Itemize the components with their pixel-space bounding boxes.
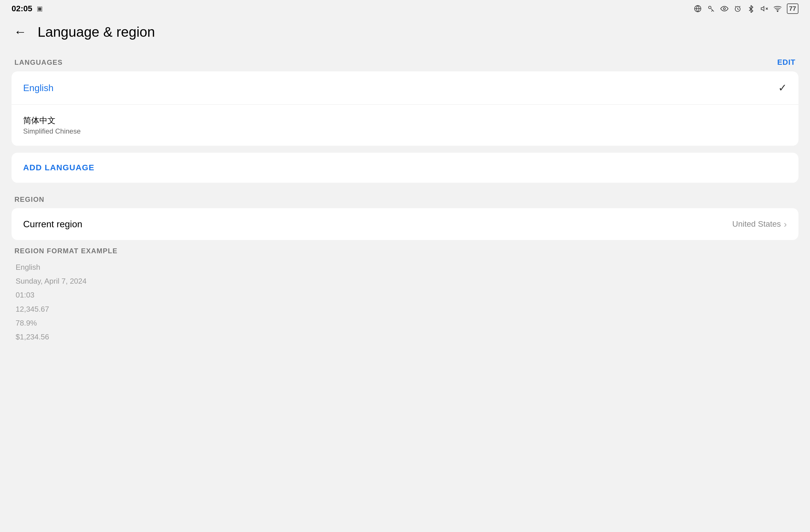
- svg-point-8: [777, 11, 778, 12]
- languages-section-header: LANGUAGES EDIT: [12, 52, 798, 71]
- region-value-wrap: United States ›: [732, 219, 787, 230]
- format-currency: $1,234.56: [16, 331, 796, 343]
- region-format-label: REGION FORMAT EXAMPLE: [14, 247, 796, 255]
- svg-point-3: [723, 8, 725, 10]
- language-item-english[interactable]: English ✓: [12, 71, 798, 104]
- main-content: LANGUAGES EDIT English ✓ 简体中文 Simplified…: [0, 46, 810, 349]
- format-time: 01:03: [16, 288, 796, 301]
- status-left: 02:05 ▣: [12, 4, 44, 13]
- wifi-icon: [774, 5, 782, 13]
- language-item-chinese[interactable]: 简体中文 Simplified Chinese: [12, 104, 798, 146]
- status-bar: 02:05 ▣: [0, 0, 810, 17]
- page-title: Language & region: [37, 24, 155, 40]
- region-format-section: REGION FORMAT EXAMPLE English Sunday, Ap…: [12, 247, 798, 343]
- current-region-value: United States: [732, 219, 781, 229]
- current-region-label: Current region: [23, 219, 82, 230]
- format-date: Sunday, April 7, 2024: [16, 275, 796, 287]
- alarm-icon: [734, 5, 742, 13]
- current-region-item[interactable]: Current region United States ›: [12, 208, 798, 240]
- battery-indicator: 77: [787, 3, 798, 14]
- region-card: Current region United States ›: [12, 208, 798, 240]
- region-section-header: REGION: [12, 190, 798, 208]
- checkmark-icon: ✓: [778, 82, 787, 94]
- languages-label: LANGUAGES: [14, 59, 63, 67]
- chevron-right-icon: ›: [784, 219, 787, 230]
- languages-card: English ✓ 简体中文 Simplified Chinese: [12, 71, 798, 146]
- format-number: 12,345.67: [16, 303, 796, 315]
- region-label: REGION: [14, 196, 45, 203]
- format-examples: English Sunday, April 7, 2024 01:03 12,3…: [14, 261, 796, 343]
- add-language-item[interactable]: ADD LANGUAGE: [12, 153, 798, 183]
- mute-icon: [760, 5, 768, 13]
- edit-button[interactable]: EDIT: [777, 58, 796, 67]
- status-right: 77: [694, 3, 798, 14]
- eye-icon: [720, 5, 728, 13]
- back-button[interactable]: ←: [12, 23, 29, 40]
- language-chinese-name: 简体中文: [23, 115, 81, 126]
- screenshot-icon: ▣: [36, 5, 44, 13]
- page-header: ← Language & region: [0, 17, 810, 46]
- language-english-info: English: [23, 83, 53, 94]
- language-chinese-sub: Simplified Chinese: [23, 127, 81, 135]
- key-icon: [707, 5, 715, 13]
- format-percent: 78.9%: [16, 317, 796, 329]
- vpn-icon: [694, 5, 702, 13]
- svg-point-2: [709, 6, 711, 9]
- add-language-text: ADD LANGUAGE: [23, 163, 95, 172]
- format-language: English: [16, 261, 796, 273]
- status-time: 02:05: [12, 4, 32, 13]
- bluetooth-icon: [747, 5, 755, 13]
- back-arrow-icon: ←: [14, 26, 27, 38]
- add-language-card[interactable]: ADD LANGUAGE: [12, 153, 798, 183]
- language-english-name: English: [23, 83, 53, 94]
- language-chinese-info: 简体中文 Simplified Chinese: [23, 115, 81, 135]
- svg-marker-5: [761, 6, 764, 11]
